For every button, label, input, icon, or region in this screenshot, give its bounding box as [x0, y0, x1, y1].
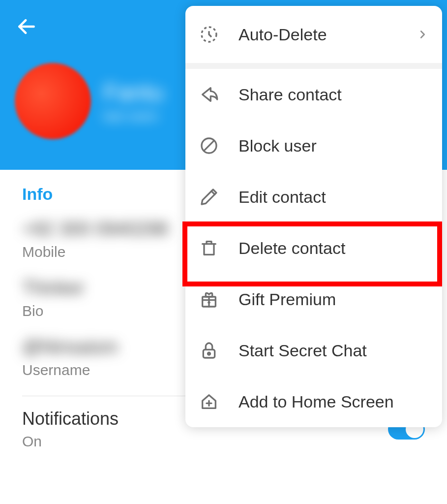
pencil-icon	[199, 187, 219, 207]
menu-item-gift-premium[interactable]: Gift Premium	[185, 274, 442, 325]
back-button[interactable]	[15, 15, 38, 38]
menu-label: Start Secret Chat	[238, 341, 428, 360]
avatar[interactable]	[15, 63, 91, 139]
lock-icon	[199, 341, 219, 360]
menu-item-auto-delete[interactable]: Auto-Delete	[185, 6, 442, 63]
trash-icon	[199, 238, 219, 258]
notifications-text: Notifications On	[22, 409, 119, 450]
notifications-status: On	[22, 433, 119, 450]
gift-icon	[199, 289, 219, 309]
svg-point-7	[208, 352, 210, 355]
menu-item-share-contact[interactable]: Share contact	[185, 69, 442, 120]
menu-item-delete-contact[interactable]: Delete contact	[185, 222, 442, 274]
menu-separator	[185, 63, 442, 69]
menu-label: Auto-Delete	[238, 25, 397, 44]
menu-label: Delete contact	[238, 239, 428, 258]
profile-name: Fantu	[103, 79, 164, 106]
chevron-right-icon	[417, 29, 428, 40]
block-icon	[199, 136, 219, 156]
menu-item-edit-contact[interactable]: Edit contact	[185, 171, 442, 222]
profile-text: Fantu last seen	[103, 79, 164, 124]
share-icon	[199, 85, 219, 104]
menu-label: Share contact	[238, 85, 428, 104]
profile-status: last seen	[103, 108, 164, 124]
menu-item-add-to-home-screen[interactable]: Add to Home Screen	[185, 376, 442, 427]
menu-label: Edit contact	[238, 188, 428, 207]
svg-line-3	[204, 140, 214, 151]
context-menu: Auto-Delete Share contact Block user	[185, 6, 442, 427]
menu-label: Gift Premium	[238, 290, 428, 309]
notifications-title: Notifications	[22, 409, 119, 429]
menu-item-block-user[interactable]: Block user	[185, 120, 442, 171]
menu-label: Add to Home Screen	[238, 392, 428, 411]
home-plus-icon	[199, 392, 219, 411]
menu-item-start-secret-chat[interactable]: Start Secret Chat	[185, 325, 442, 376]
timer-icon	[199, 25, 219, 44]
menu-label: Block user	[238, 136, 428, 156]
